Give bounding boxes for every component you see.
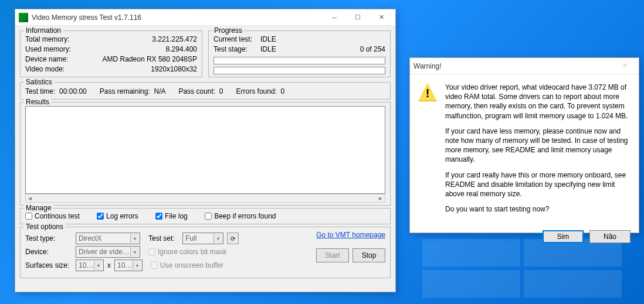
results-legend: Results — [24, 98, 51, 106]
dialog-paragraph-1: Your video driver report, what videocard… — [445, 83, 631, 121]
test-type-label: Test type: — [25, 234, 72, 242]
dialog-paragraph-2: If your card have less memory, please co… — [445, 127, 631, 165]
test-options-group: Test options Test type: DirectX▾ Test se… — [20, 227, 391, 278]
total-memory-label: Total memory: — [25, 35, 69, 44]
continuous-test-checkbox[interactable]: Continous test — [25, 212, 80, 220]
surfaces-x-separator: x — [107, 261, 111, 269]
results-group: Results ◄► — [20, 102, 391, 206]
dialog-close-button[interactable]: ✕ — [613, 60, 636, 72]
dialog-text: Your video driver report, what videocard… — [445, 83, 631, 220]
dialog-yes-button[interactable]: Sim — [543, 230, 584, 243]
start-button[interactable]: Start — [316, 248, 349, 262]
manage-group: Manage Continous test Log errors File lo… — [20, 208, 391, 224]
file-log-checkbox[interactable]: File log — [155, 212, 188, 220]
current-test-label: Current test: — [213, 35, 257, 44]
total-memory-value: 3.221.225.472 — [152, 35, 197, 44]
results-textarea[interactable] — [25, 106, 385, 194]
surfaces-height-combo[interactable]: 1024▾ — [114, 259, 143, 271]
dialog-titlebar[interactable]: Warning! ✕ — [410, 58, 639, 74]
pass-remaining-label: Pass remaining: — [100, 87, 150, 95]
progress-bar-1 — [213, 57, 385, 64]
close-button[interactable]: ✕ — [370, 12, 393, 23]
chevron-down-icon: ▾ — [94, 261, 102, 270]
device-combo[interactable]: Driver de vídeo prim▾ — [76, 246, 140, 258]
test-stage-value: IDLE — [260, 45, 280, 54]
dialog-paragraph-4: Do you want to start testing now? — [445, 204, 631, 214]
progress-bar-2 — [213, 67, 385, 74]
statistics-group: Satistics Test time: 00:00:00 Pass remai… — [20, 82, 391, 100]
refresh-button[interactable]: ⟳ — [227, 233, 239, 244]
progress-legend: Progress — [212, 26, 244, 35]
dialog-paragraph-3: If your card really have this or more me… — [445, 170, 631, 199]
pass-remaining-value: N/A — [154, 87, 165, 95]
video-mode-label: Video mode: — [25, 65, 65, 74]
progress-group: Progress Current test: IDLE Test stage: … — [208, 30, 391, 77]
test-time-value: 00:00:00 — [59, 87, 87, 95]
vmt-main-window: Video Memory stress Test v1.7.116 ─ ☐ ✕ … — [15, 9, 396, 292]
stop-button[interactable]: Stop — [352, 248, 385, 262]
pass-count-value: 0 — [219, 87, 223, 95]
vmt-homepage-link[interactable]: Go to VMT homepage — [316, 231, 385, 239]
maximize-button[interactable]: ☐ — [346, 12, 370, 23]
test-set-label: Test set: — [148, 234, 179, 242]
test-type-combo[interactable]: DirectX▾ — [76, 233, 140, 244]
errors-found-label: Errors found: — [236, 87, 277, 95]
minimize-button[interactable]: ─ — [323, 12, 346, 23]
errors-found-value: 0 — [281, 87, 285, 95]
test-time-label: Test time: — [25, 87, 55, 95]
onscreen-buffer-checkbox: Use onscreen buffer — [151, 261, 223, 269]
chevron-down-icon: ▾ — [213, 234, 222, 243]
beep-checkbox[interactable]: Beep if errors found — [205, 212, 276, 220]
dialog-no-button[interactable]: Não — [589, 230, 631, 243]
app-icon — [19, 13, 28, 22]
device-name-label: Device name: — [25, 55, 68, 64]
surfaces-width-combo[interactable]: 1024▾ — [76, 259, 104, 271]
test-set-combo[interactable]: Full▾ — [182, 233, 223, 244]
warning-dialog: Warning! ✕ ! Your video driver report, w… — [409, 57, 639, 233]
window-title: Video Memory stress Test v1.7.116 — [32, 13, 323, 22]
dialog-title: Warning! — [413, 62, 613, 70]
results-horizontal-scrollbar[interactable]: ◄► — [25, 194, 385, 203]
device-name-value: AMD Radeon RX 580 2048SP — [103, 55, 197, 64]
test-stage-count: 0 of 254 — [356, 45, 385, 54]
chevron-down-icon: ▾ — [133, 261, 141, 270]
information-group: Information Total memory:3.221.225.472 U… — [20, 30, 202, 77]
test-options-legend: Test options — [24, 223, 65, 231]
video-mode-value: 1920x1080x32 — [151, 65, 197, 74]
ignore-colors-checkbox: Ignore colors bit mask — [148, 248, 226, 256]
test-stage-label: Test stage: — [213, 45, 257, 54]
device-label: Device: — [25, 248, 72, 256]
warning-icon: ! — [418, 83, 437, 101]
used-memory-label: Used memory: — [25, 45, 71, 54]
surfaces-size-label: Surfaces size: — [25, 261, 72, 269]
chevron-down-icon: ▾ — [130, 247, 138, 257]
used-memory-value: 8.294.400 — [166, 45, 197, 54]
titlebar[interactable]: Video Memory stress Test v1.7.116 ─ ☐ ✕ — [15, 9, 395, 26]
current-test-value: IDLE — [260, 35, 280, 44]
log-errors-checkbox[interactable]: Log errors — [97, 212, 138, 220]
manage-legend: Manage — [24, 204, 53, 212]
statistics-legend: Satistics — [24, 78, 54, 86]
chevron-down-icon: ▾ — [130, 234, 138, 243]
information-legend: Information — [24, 26, 63, 35]
pass-count-label: Pass count: — [178, 87, 215, 95]
